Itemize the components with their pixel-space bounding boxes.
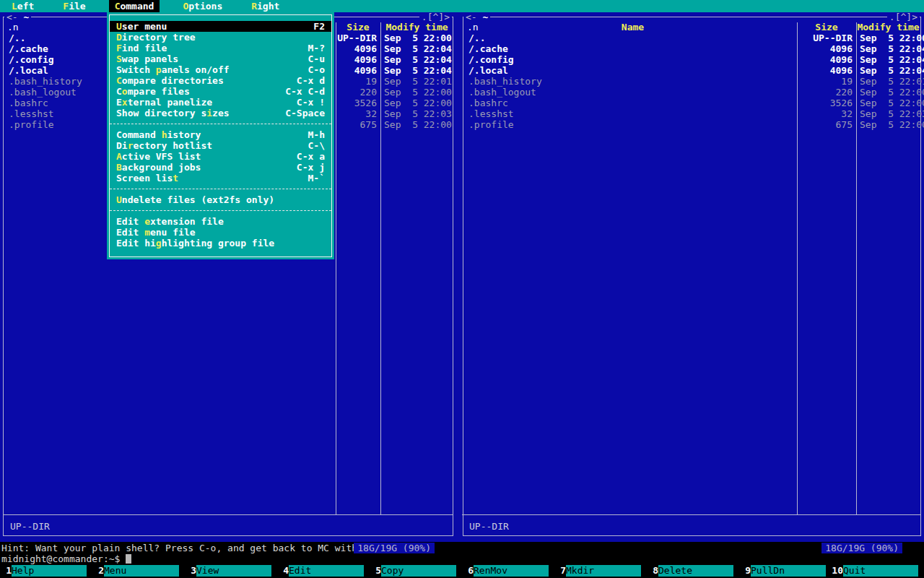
right-header-size[interactable]: Size [797,22,856,33]
menu-item-screen-list[interactable]: Screen listM-` [110,173,331,184]
file-row-size[interactable]: 4096 [797,43,856,54]
file-row-name[interactable]: .lesshst [463,108,797,119]
menu-item-directory-tree[interactable]: Directory tree [110,32,331,43]
menu-item-user-menu[interactable]: User menuF2 [110,21,331,32]
fkey-help[interactable]: 1Help [0,565,92,577]
file-row-mtime[interactable]: Sep 5 22:01 [856,76,920,87]
file-row-size[interactable]: 19 [336,76,380,87]
menu-item-swap-panels[interactable]: Swap panelsC-u [110,53,331,64]
left-header-mtime[interactable]: Modify time [380,22,453,33]
fkey-pulldn[interactable]: 9PullDn [739,565,832,577]
file-row-size[interactable]: 4096 [797,65,856,76]
menubar-item-command[interactable]: Command [109,0,160,12]
file-row-mtime[interactable]: Sep 5 22:00 [380,33,453,43]
fkey-label: Copy [381,565,456,577]
fkey-edit[interactable]: 4Edit [277,565,370,577]
file-row-mtime[interactable]: Sep 5 22:00 [856,87,920,98]
fkey-quit[interactable]: 10Quit [832,565,924,577]
file-row-name[interactable]: .profile [463,119,797,130]
history-back-icon[interactable]: <- [6,12,18,22]
menu-item-show-directory-sizes[interactable]: Show directory sizesC-Space [110,108,331,118]
file-row-size[interactable]: 675 [336,119,380,130]
file-row-mtime[interactable]: Sep 5 22:01 [380,76,453,87]
file-row-mtime[interactable]: Sep 5 22:04 [380,65,453,76]
right-panel-path[interactable]: <- ~ [463,12,490,22]
right-header-name[interactable]: .nName [463,22,797,33]
menubar-item-file[interactable]: File [57,0,91,12]
file-row-mtime[interactable]: Sep 5 22:04 [856,43,920,54]
menu-item-active-vfs-list[interactable]: Active VFS listC-x a [110,151,331,162]
menu-item-background-jobs[interactable]: Background jobsC-x j [110,162,331,173]
file-row-mtime[interactable]: Sep 5 22:00 [380,119,453,130]
menu-item-find-file[interactable]: Find fileM-? [110,43,331,53]
terminal-cursor [126,554,131,564]
menu-bar: LeftFileCommandOptionsRight [0,0,924,12]
file-row-size[interactable]: 220 [336,87,380,98]
menu-item-compare-directories[interactable]: Compare directoriesC-x d [110,75,331,86]
menu-item-edit-extension-file[interactable]: Edit extension file [110,216,331,227]
menu-item-command-history[interactable]: Command historyM-h [110,129,331,140]
fkey-label: Mkdir [566,565,641,577]
file-row-size[interactable]: 3526 [336,98,380,108]
file-row-size[interactable]: UP--DIR [336,33,380,43]
file-row-size[interactable]: 19 [797,76,856,87]
file-row-size[interactable]: 4096 [336,65,380,76]
file-row-name[interactable]: /.. [463,33,797,43]
menu-item-directory-hotlist[interactable]: Directory hotlistC-\ [110,140,331,151]
file-row-size[interactable]: 675 [797,119,856,130]
file-row-mtime[interactable]: Sep 5 22:04 [856,65,920,76]
file-row-mtime[interactable]: Sep 5 22:00 [856,119,920,130]
menubar-item-left[interactable]: Left [6,0,40,12]
fkey-number: 5 [370,565,381,577]
right-panel-corner-buttons[interactable]: .[^]> [887,12,920,22]
file-row-mtime[interactable]: Sep 5 22:03 [856,108,920,119]
menu-separator [110,205,331,216]
file-row-name[interactable]: /.local [463,65,797,76]
file-row-mtime[interactable]: Sep 5 22:04 [380,54,453,65]
fkey-number: 9 [739,565,751,577]
file-row-size[interactable]: 220 [797,87,856,98]
left-header-size[interactable]: Size [336,22,380,33]
history-back-icon[interactable]: <- [466,12,477,22]
shell-line[interactable]: midnight@commander:~$ [1,553,923,564]
file-row-mtime[interactable]: Sep 5 22:04 [380,43,453,54]
file-row-name[interactable]: .bash_logout [463,87,797,98]
file-row-mtime[interactable]: Sep 5 22:00 [856,98,920,108]
left-panel-path[interactable]: <- ~ [4,12,31,22]
file-row-mtime[interactable]: Sep 5 22:04 [856,54,920,65]
function-key-bar: 1Help2Menu3View4Edit5Copy6RenMov7Mkdir8D… [0,565,924,577]
menu-item-compare-files[interactable]: Compare filesC-x C-d [110,86,331,97]
file-row-mtime[interactable]: Sep 5 22:00 [856,33,920,43]
file-row-mtime[interactable]: Sep 5 22:00 [380,98,453,108]
right-header-mtime[interactable]: Modify time [856,22,920,33]
file-row-mtime[interactable]: Sep 5 22:03 [380,108,453,119]
file-row-size[interactable]: 32 [797,108,856,119]
file-row-size[interactable]: 4096 [797,54,856,65]
fkey-label: RenMov [474,565,549,577]
menu-item-switch-panels-on-off[interactable]: Switch panels on/offC-o [110,64,331,75]
fkey-mkdir[interactable]: 7Mkdir [554,565,647,577]
file-row-size[interactable]: 32 [336,108,380,119]
file-row-size[interactable]: 4096 [336,54,380,65]
menubar-item-right[interactable]: Right [245,0,285,12]
fkey-copy[interactable]: 5Copy [370,565,462,577]
file-row-name[interactable]: .bashrc [463,98,797,108]
file-row-mtime[interactable]: Sep 5 22:00 [380,87,453,98]
file-row-size[interactable]: UP--DIR [797,33,856,43]
fkey-menu[interactable]: 2Menu [92,565,185,577]
file-row-name[interactable]: /.config [463,54,797,65]
menubar-item-options[interactable]: Options [177,0,228,12]
menu-item-edit-highlighting-group-file[interactable]: Edit highlighting group file [110,238,331,249]
file-row-size[interactable]: 4096 [336,43,380,54]
menu-item-external-panelize[interactable]: External panelizeC-x ! [110,97,331,108]
left-panel-corner-buttons[interactable]: .[^]> [419,12,452,22]
file-row-name[interactable]: /.cache [463,43,797,54]
menu-item-edit-menu-file[interactable]: Edit menu file [110,227,331,238]
left-path-label: ~ [23,12,29,22]
menu-item-undelete-files-ext2fs-only[interactable]: Undelete files (ext2fs only) [110,194,331,205]
file-row-size[interactable]: 3526 [797,98,856,108]
fkey-view[interactable]: 3View [185,565,277,577]
fkey-renmov[interactable]: 6RenMov [462,565,554,577]
file-row-name[interactable]: .bash_history [463,76,797,87]
fkey-delete[interactable]: 8Delete [647,565,739,577]
